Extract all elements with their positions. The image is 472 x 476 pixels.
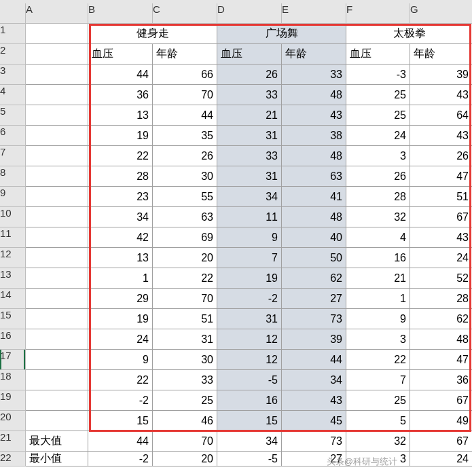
cell-A8[interactable] — [26, 166, 88, 187]
cell-D7[interactable]: 33 — [217, 146, 282, 166]
cell-A12[interactable] — [26, 248, 88, 268]
row-header-6[interactable]: 6 — [0, 126, 26, 146]
cell-D22[interactable]: -5 — [217, 452, 282, 466]
cell-F9[interactable]: 28 — [346, 187, 410, 207]
cell-A18[interactable] — [26, 370, 88, 390]
cell-B7[interactable]: 22 — [88, 146, 153, 166]
cell-B18[interactable]: 22 — [88, 370, 153, 390]
cell-C8[interactable]: 30 — [153, 166, 217, 187]
cell-C7[interactable]: 26 — [153, 146, 217, 166]
cell-C22[interactable]: 20 — [153, 452, 217, 466]
cell-F6[interactable]: 24 — [346, 126, 410, 146]
cell-D21[interactable]: 34 — [217, 431, 282, 452]
row-header-4[interactable]: 4 — [0, 85, 26, 105]
cell-G3[interactable]: 39 — [410, 65, 472, 85]
spreadsheet-grid[interactable]: A B C D E F G 1 健身走 广场舞 太极拳 2 血压 年龄 血压 年… — [0, 0, 472, 466]
cell-D5[interactable]: 21 — [217, 105, 282, 126]
cell-F10[interactable]: 32 — [346, 207, 410, 227]
cell-D3[interactable]: 26 — [217, 65, 282, 85]
cell-D16[interactable]: 12 — [217, 329, 282, 350]
cell-E16[interactable]: 39 — [282, 329, 346, 350]
cell-C21[interactable]: 70 — [153, 431, 217, 452]
cell-C6[interactable]: 35 — [153, 126, 217, 146]
cell-D15[interactable]: 31 — [217, 309, 282, 329]
row-header-10[interactable]: 10 — [0, 207, 26, 227]
cell-G5[interactable]: 64 — [410, 105, 472, 126]
cell-C5[interactable]: 44 — [153, 105, 217, 126]
row-header-22[interactable]: 22 — [0, 452, 26, 466]
cell-B22[interactable]: -2 — [88, 452, 153, 466]
cell-G18[interactable]: 36 — [410, 370, 472, 390]
cell-F4[interactable]: 25 — [346, 85, 410, 105]
cell-E4[interactable]: 48 — [282, 85, 346, 105]
cell-E10[interactable]: 48 — [282, 207, 346, 227]
cell-G2[interactable]: 年龄 — [410, 44, 472, 65]
cell-A19[interactable] — [26, 390, 88, 411]
cell-A13[interactable] — [26, 268, 88, 289]
cell-C17[interactable]: 30 — [153, 350, 217, 370]
cell-D12[interactable]: 7 — [217, 248, 282, 268]
cell-G19[interactable]: 67 — [410, 390, 472, 411]
cell-E11[interactable]: 40 — [282, 227, 346, 248]
cell-C3[interactable]: 66 — [153, 65, 217, 85]
col-header-C[interactable]: C — [153, 3, 217, 24]
cell-D17[interactable]: 12 — [217, 350, 282, 370]
cell-G8[interactable]: 47 — [410, 166, 472, 187]
cell-G7[interactable]: 26 — [410, 146, 472, 166]
cell-D13[interactable]: 19 — [217, 268, 282, 289]
cell-E15[interactable]: 73 — [282, 309, 346, 329]
cell-E17[interactable]: 44 — [282, 350, 346, 370]
cell-A15[interactable] — [26, 309, 88, 329]
cell-B13[interactable]: 1 — [88, 268, 153, 289]
cell-B8[interactable]: 28 — [88, 166, 153, 187]
row-header-15[interactable]: 15 — [0, 309, 26, 329]
cell-D11[interactable]: 9 — [217, 227, 282, 248]
row-header-19[interactable]: 19 — [0, 390, 26, 411]
cell-F3[interactable]: -3 — [346, 65, 410, 85]
row-header-17[interactable]: 17 — [0, 350, 26, 370]
cell-G16[interactable]: 48 — [410, 329, 472, 350]
cell-B11[interactable]: 42 — [88, 227, 153, 248]
row-header-21[interactable]: 21 — [0, 431, 26, 452]
cell-B14[interactable]: 29 — [88, 289, 153, 309]
cell-F8[interactable]: 26 — [346, 166, 410, 187]
cell-D19[interactable]: 16 — [217, 390, 282, 411]
cell-C12[interactable]: 20 — [153, 248, 217, 268]
cell-F18[interactable]: 7 — [346, 370, 410, 390]
cell-E13[interactable]: 62 — [282, 268, 346, 289]
cell-D2[interactable]: 血压 — [217, 44, 282, 65]
cell-A22[interactable]: 最小值 — [26, 452, 88, 466]
cell-F21[interactable]: 32 — [346, 431, 410, 452]
cell-E19[interactable]: 43 — [282, 390, 346, 411]
cell-G21[interactable]: 67 — [410, 431, 472, 452]
cell-G10[interactable]: 67 — [410, 207, 472, 227]
col-header-A[interactable]: A — [26, 3, 88, 24]
cell-E8[interactable]: 63 — [282, 166, 346, 187]
cell-C16[interactable]: 31 — [153, 329, 217, 350]
cell-E7[interactable]: 48 — [282, 146, 346, 166]
cell-A10[interactable] — [26, 207, 88, 227]
row-header-12[interactable]: 12 — [0, 248, 26, 268]
cell-A2[interactable] — [26, 44, 88, 65]
cell-G12[interactable]: 24 — [410, 248, 472, 268]
cell-G22[interactable]: 24 — [410, 452, 472, 466]
cell-A6[interactable] — [26, 126, 88, 146]
row-header-16[interactable]: 16 — [0, 329, 26, 350]
col-header-G[interactable]: G — [410, 3, 472, 24]
cell-D20[interactable]: 15 — [217, 411, 282, 431]
row-header-18[interactable]: 18 — [0, 370, 26, 390]
cell-A21[interactable]: 最大值 — [26, 431, 88, 452]
cell-A11[interactable] — [26, 227, 88, 248]
cell-E9[interactable]: 41 — [282, 187, 346, 207]
cell-G20[interactable]: 49 — [410, 411, 472, 431]
cell-A1[interactable] — [26, 24, 88, 44]
cell-D1[interactable]: 广场舞 — [217, 24, 346, 44]
cell-F7[interactable]: 3 — [346, 146, 410, 166]
cell-E21[interactable]: 73 — [282, 431, 346, 452]
cell-C19[interactable]: 25 — [153, 390, 217, 411]
cell-D9[interactable]: 34 — [217, 187, 282, 207]
cell-F5[interactable]: 25 — [346, 105, 410, 126]
cell-F2[interactable]: 血压 — [346, 44, 410, 65]
cell-G17[interactable]: 47 — [410, 350, 472, 370]
cell-F13[interactable]: 21 — [346, 268, 410, 289]
